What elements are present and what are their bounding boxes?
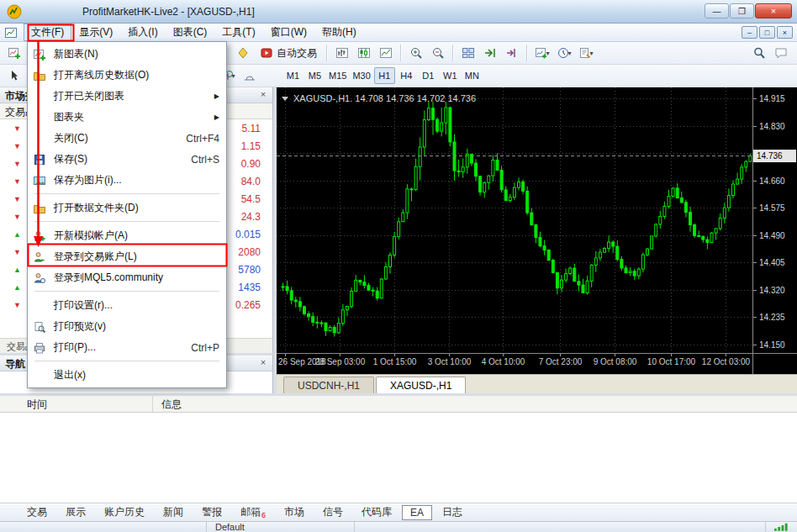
chart-tab-bar: USDCNH-,H1XAGUSD-,H1 [277, 374, 797, 393]
bid-price: 2080 [238, 246, 272, 258]
candle-body [351, 291, 353, 306]
autotrading-button[interactable]: 自动交易 [254, 44, 323, 62]
chart-tab-usdcnhh1[interactable]: USDCNH-,H1 [283, 377, 374, 393]
terminal-col-message[interactable]: 信息 [153, 396, 797, 412]
terminal-tab-代码库[interactable]: 代码库 [353, 503, 400, 521]
price-chart[interactable]: 14.91514.83014.74514.66014.57514.49014.4… [277, 87, 797, 374]
terminal-tab-账户历史[interactable]: 账户历史 [96, 503, 153, 521]
search-button[interactable] [748, 43, 770, 63]
new-chart-button[interactable] [3, 43, 25, 63]
terminal-tab-EA[interactable]: EA [402, 505, 432, 520]
templates-button[interactable]: ▾ [575, 43, 597, 63]
terminal-tab-日志[interactable]: 日志 [434, 503, 471, 521]
terminal-tab-邮箱[interactable]: 邮箱6 [232, 503, 274, 521]
candle-body [341, 310, 344, 324]
candle-body [590, 265, 593, 281]
menu-item[interactable]: 工具(T) [214, 24, 262, 41]
timeframe-w1[interactable]: W1 [440, 67, 461, 84]
file-menu-item[interactable]: 打印(P)...Ctrl+P [28, 337, 226, 358]
mdi-restore-button[interactable]: □ [759, 26, 775, 39]
file-menu-dropdown: 新图表(N)打开离线历史数据(O)打开已关闭图表▶图表夹▶关闭(C)Ctrl+F… [27, 41, 227, 388]
file-menu-item[interactable]: 保存为图片(i)... [28, 170, 226, 191]
menu-item-label: 保存为图片(i)... [54, 173, 219, 187]
line-chart-button[interactable] [375, 43, 397, 63]
candle-body [427, 108, 430, 120]
menu-file[interactable]: 文件(F) [24, 24, 71, 41]
chart-tab-xagusdh1[interactable]: XAGUSD-,H1 [376, 377, 466, 393]
chart-window[interactable]: 14.91514.83014.74514.66014.57514.49014.4… [277, 87, 797, 374]
terminal-tab-信号[interactable]: 信号 [314, 503, 351, 521]
minimize-button[interactable]: — [705, 3, 729, 18]
file-menu-item[interactable]: 开新模拟帐户(A) [28, 225, 226, 246]
menu-item[interactable]: 图表(C) [166, 24, 215, 41]
timeframe-m30[interactable]: M30 [350, 67, 372, 84]
candle-body [659, 217, 662, 224]
terminal-tab-新闻[interactable]: 新闻 [155, 503, 192, 521]
candle-body [616, 246, 619, 260]
tile-windows-button[interactable] [457, 43, 479, 63]
candle-body [308, 313, 310, 316]
auto-scroll-button[interactable] [479, 43, 501, 63]
candle-body [612, 242, 615, 246]
menu-item[interactable]: 窗口(W) [263, 24, 314, 41]
file-menu-item[interactable]: 打印设置(r)... [28, 295, 226, 316]
file-menu-item[interactable]: 打开数据文件夹(D) [28, 198, 226, 219]
candle-body [710, 233, 713, 242]
market-watch-close-icon[interactable]: × [257, 89, 269, 101]
file-menu-item[interactable]: 打印预览(v) [28, 316, 226, 337]
file-menu-item[interactable]: 登录到MQL5.community [28, 267, 226, 288]
timeframe-m5[interactable]: M5 [304, 67, 325, 84]
terminal-tab-警报[interactable]: 警报 [193, 503, 230, 521]
menu-item[interactable]: 插入(I) [120, 24, 165, 41]
maximize-button[interactable]: ❐ [730, 3, 754, 18]
candle-body [556, 272, 558, 287]
zoom-out-button[interactable] [427, 43, 449, 63]
navigator-close-icon[interactable]: × [257, 357, 269, 369]
timeframe-h4[interactable]: H4 [396, 67, 417, 84]
profile-name[interactable]: Default [207, 522, 355, 532]
file-menu-item-login-trade-account[interactable]: 登录到交易账户(L) [28, 246, 226, 267]
file-menu-item[interactable]: 新图表(N) [28, 44, 226, 65]
file-menu-item[interactable]: 打开离线历史数据(O) [28, 65, 226, 86]
menu-item[interactable]: 帮助(H) [314, 24, 364, 41]
terminal-log-body [0, 413, 797, 503]
terminal-tab-交易[interactable]: 交易 [18, 503, 55, 521]
mdi-close-button[interactable]: × [777, 26, 793, 39]
tick-down-icon: ▼ [13, 124, 24, 133]
file-menu-item[interactable]: 关闭(C)Ctrl+F4 [28, 128, 226, 149]
terminal-tab-展示[interactable]: 展示 [57, 503, 94, 521]
bid-price: 0.265 [235, 299, 272, 311]
candlestick-button[interactable] [353, 43, 375, 63]
mdi-minimize-button[interactable]: – [742, 26, 757, 39]
metaeditor-button[interactable] [232, 43, 254, 63]
periods-button[interactable]: ▾ [553, 43, 575, 63]
chat-button[interactable] [770, 43, 792, 63]
terminal-col-time[interactable]: 时间 [0, 396, 153, 412]
cycle-lines-button[interactable] [239, 66, 261, 86]
cursor-button[interactable] [3, 66, 25, 86]
timeframe-m1[interactable]: M1 [282, 67, 303, 84]
zoom-in-button[interactable] [405, 43, 427, 63]
file-menu-item[interactable]: 退出(x) [28, 365, 226, 386]
axis-time-label: 4 Oct 10:00 [482, 357, 525, 366]
timeframe-h1[interactable]: H1 [374, 67, 395, 84]
axis-price-label: 14.490 [759, 231, 785, 240]
axis-time-label: 7 Oct 23:00 [539, 357, 583, 366]
terminal-tab-市场[interactable]: 市场 [276, 503, 313, 521]
candle-body [298, 302, 301, 307]
indicators-button[interactable]: ▾ [531, 43, 553, 63]
candle-body [500, 171, 503, 190]
file-menu-item[interactable]: 图表夹▶ [28, 107, 226, 128]
timeframe-d1[interactable]: D1 [418, 67, 439, 84]
chart-shift-button[interactable] [501, 43, 523, 63]
bid-price: 5780 [238, 264, 272, 276]
menu-icon-placeholder [33, 299, 48, 313]
timeframe-mn[interactable]: MN [462, 67, 483, 84]
bar-chart-button[interactable] [331, 43, 353, 63]
file-menu-item[interactable]: 打开已关闭图表▶ [28, 86, 226, 107]
file-menu-item[interactable]: 保存(S)Ctrl+S [28, 149, 226, 170]
timeframe-m15[interactable]: M15 [326, 67, 349, 84]
menu-item[interactable]: 显示(V) [71, 24, 120, 41]
close-button[interactable]: × [755, 3, 792, 18]
candle-body [620, 260, 623, 268]
